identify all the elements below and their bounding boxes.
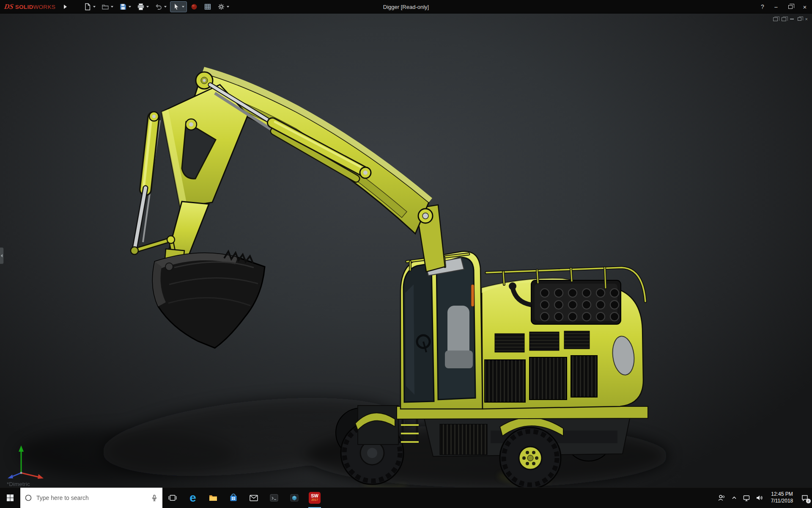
select-cursor-icon	[173, 3, 180, 11]
save-floppy-icon	[119, 3, 127, 11]
edge-browser-button[interactable]: e	[183, 488, 203, 508]
undo-arrow-icon	[155, 3, 162, 11]
excavator-model[interactable]	[0, 14, 812, 487]
taskbar-clock[interactable]: 12:45 PM 7/11/2018	[768, 491, 796, 504]
network-icon	[743, 494, 750, 502]
maximize-restore-button[interactable]	[783, 0, 798, 14]
quick-toolbar	[81, 1, 232, 12]
network-button[interactable]	[743, 494, 750, 502]
windows-logo-icon	[6, 494, 14, 502]
start-button[interactable]	[0, 488, 20, 508]
task-view-button[interactable]	[162, 488, 183, 508]
doc-tile-window-icon[interactable]	[782, 16, 786, 22]
document-window-controls: ×	[773, 16, 808, 22]
doc-restore-button[interactable]	[798, 16, 801, 22]
action-center-button[interactable]: 2	[801, 494, 809, 502]
triad-y-axis	[19, 445, 24, 473]
speaker-icon	[755, 494, 763, 502]
volume-button[interactable]	[755, 494, 763, 502]
dropdown-caret-icon[interactable]	[93, 6, 96, 8]
dropdown-caret-icon[interactable]	[164, 6, 167, 8]
solidworks-2017-icon: SW 2017	[309, 492, 321, 504]
brand-works-text: WORKS	[33, 4, 56, 10]
rebuild-sphere-icon	[190, 3, 198, 11]
dropdown-caret-icon[interactable]	[146, 6, 149, 8]
excavator-cab[interactable]	[401, 251, 483, 409]
clock-date: 7/11/2018	[768, 498, 796, 505]
open-button[interactable]	[99, 1, 116, 12]
file-properties-button[interactable]	[201, 1, 214, 12]
people-icon	[717, 494, 726, 502]
search-input[interactable]	[36, 494, 147, 502]
cube-app-button[interactable]	[284, 488, 304, 508]
close-button[interactable]: ×	[798, 0, 812, 14]
brand-solid-text: SOLID	[15, 4, 33, 10]
task-view-icon	[167, 493, 178, 503]
solidworks-app-button[interactable]: SW 2017	[304, 488, 325, 508]
chevron-up-icon	[731, 494, 738, 501]
dropdown-caret-icon[interactable]	[111, 6, 113, 8]
excavator-bucket[interactable]	[153, 251, 265, 348]
windows-taskbar: e SW 2017 12:45 PM	[0, 487, 812, 508]
undo-button[interactable]	[152, 1, 169, 12]
dropdown-caret-icon[interactable]	[129, 6, 131, 8]
minimize-button[interactable]: −	[769, 0, 783, 14]
feature-manager-collapsed-tab[interactable]	[0, 247, 4, 264]
doc-close-button[interactable]: ×	[805, 16, 808, 22]
people-button[interactable]	[717, 494, 726, 502]
console-icon	[269, 493, 279, 503]
file-properties-icon	[204, 3, 211, 11]
view-orientation-label: *Dimetric	[7, 481, 30, 487]
menu-expand-arrow-icon[interactable]	[64, 5, 67, 9]
orientation-triad-icon	[4, 443, 47, 480]
print-icon	[137, 3, 145, 11]
doc-minimize-button[interactable]	[790, 16, 794, 22]
dropdown-caret-icon[interactable]	[227, 6, 229, 8]
folder-icon	[208, 493, 218, 503]
triad-z-axis	[8, 473, 21, 478]
print-button[interactable]	[134, 1, 151, 12]
gear-icon	[217, 3, 225, 11]
dropdown-caret-icon[interactable]	[182, 6, 184, 8]
doc-new-window-icon[interactable]	[773, 16, 778, 22]
clock-time: 12:45 PM	[768, 491, 796, 498]
taskbar-spacer	[325, 488, 716, 508]
tray-overflow-button[interactable]	[731, 494, 738, 501]
window-caption-buttons: ? − ×	[756, 0, 812, 14]
cube-icon	[289, 493, 299, 503]
file-explorer-button[interactable]	[203, 488, 223, 508]
system-tray: 12:45 PM 7/11/2018 2	[716, 488, 812, 508]
open-folder-icon	[102, 3, 109, 11]
store-bag-icon	[228, 493, 239, 503]
notification-badge: 2	[806, 499, 811, 503]
document-title: Digger [Read-only]	[383, 0, 429, 14]
mail-button[interactable]	[244, 488, 264, 508]
excavator-boom[interactable]	[162, 67, 445, 272]
new-document-button[interactable]	[81, 1, 98, 12]
save-button[interactable]	[117, 1, 134, 12]
solidworks-logo: DS SOLIDWORKS	[0, 0, 60, 13]
ds-logo-icon: DS	[4, 3, 14, 11]
store-button[interactable]	[223, 488, 244, 508]
triad-x-axis	[21, 473, 44, 479]
taskbar-search-box[interactable]	[20, 488, 162, 508]
console-app-button[interactable]	[264, 488, 284, 508]
options-button[interactable]	[215, 1, 232, 12]
rebuild-button[interactable]	[188, 1, 200, 12]
microphone-icon[interactable]	[151, 494, 158, 502]
edge-icon: e	[189, 492, 196, 504]
new-document-icon	[84, 3, 91, 11]
titlebar: DS SOLIDWORKS	[0, 0, 812, 14]
help-button[interactable]: ?	[756, 0, 769, 14]
select-tool-button[interactable]	[170, 1, 187, 12]
restore-icon	[788, 5, 793, 9]
graphics-viewport[interactable]: × *Dimetric	[0, 14, 812, 487]
cortana-circle-icon	[25, 494, 32, 502]
mail-envelope-icon	[249, 493, 259, 503]
